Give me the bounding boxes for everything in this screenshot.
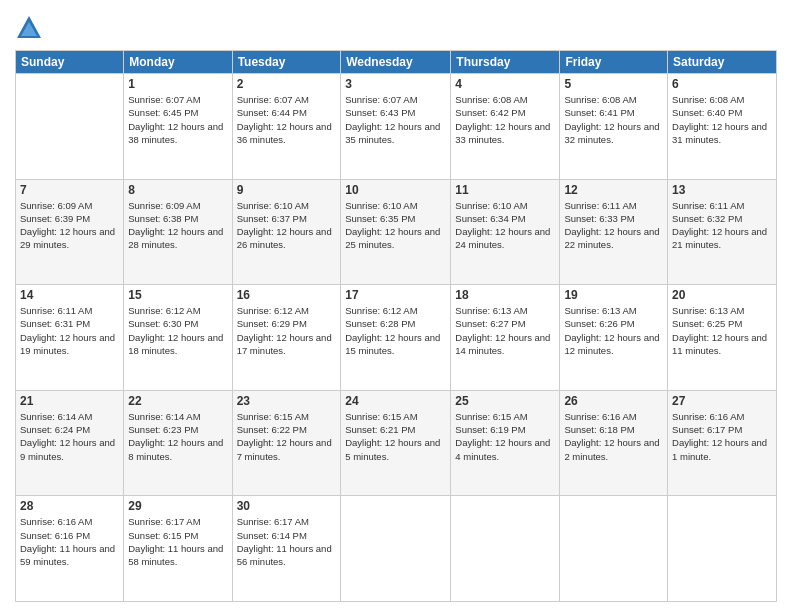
cell-day-number: 7 xyxy=(20,183,119,197)
cell-info: Sunrise: 6:10 AMSunset: 6:37 PMDaylight:… xyxy=(237,199,337,252)
calendar-cell: 17Sunrise: 6:12 AMSunset: 6:28 PMDayligh… xyxy=(341,285,451,391)
cell-day-number: 17 xyxy=(345,288,446,302)
cell-info: Sunrise: 6:12 AMSunset: 6:29 PMDaylight:… xyxy=(237,304,337,357)
cell-day-number: 29 xyxy=(128,499,227,513)
cell-day-number: 18 xyxy=(455,288,555,302)
calendar-cell: 18Sunrise: 6:13 AMSunset: 6:27 PMDayligh… xyxy=(451,285,560,391)
calendar-cell: 8Sunrise: 6:09 AMSunset: 6:38 PMDaylight… xyxy=(124,179,232,285)
calendar-cell: 23Sunrise: 6:15 AMSunset: 6:22 PMDayligh… xyxy=(232,390,341,496)
cell-day-number: 6 xyxy=(672,77,772,91)
calendar-cell: 26Sunrise: 6:16 AMSunset: 6:18 PMDayligh… xyxy=(560,390,668,496)
cell-day-number: 19 xyxy=(564,288,663,302)
cell-info: Sunrise: 6:08 AMSunset: 6:42 PMDaylight:… xyxy=(455,93,555,146)
cell-day-number: 10 xyxy=(345,183,446,197)
cell-day-number: 30 xyxy=(237,499,337,513)
cell-info: Sunrise: 6:17 AMSunset: 6:14 PMDaylight:… xyxy=(237,515,337,568)
cell-info: Sunrise: 6:13 AMSunset: 6:27 PMDaylight:… xyxy=(455,304,555,357)
calendar-week-row: 14Sunrise: 6:11 AMSunset: 6:31 PMDayligh… xyxy=(16,285,777,391)
cell-info: Sunrise: 6:10 AMSunset: 6:35 PMDaylight:… xyxy=(345,199,446,252)
calendar-cell xyxy=(341,496,451,602)
calendar-cell xyxy=(668,496,777,602)
weekday-header-wednesday: Wednesday xyxy=(341,51,451,74)
cell-info: Sunrise: 6:13 AMSunset: 6:26 PMDaylight:… xyxy=(564,304,663,357)
calendar-cell: 28Sunrise: 6:16 AMSunset: 6:16 PMDayligh… xyxy=(16,496,124,602)
cell-info: Sunrise: 6:12 AMSunset: 6:28 PMDaylight:… xyxy=(345,304,446,357)
cell-info: Sunrise: 6:14 AMSunset: 6:24 PMDaylight:… xyxy=(20,410,119,463)
cell-info: Sunrise: 6:12 AMSunset: 6:30 PMDaylight:… xyxy=(128,304,227,357)
cell-day-number: 11 xyxy=(455,183,555,197)
logo-icon xyxy=(15,14,43,42)
calendar-week-row: 7Sunrise: 6:09 AMSunset: 6:39 PMDaylight… xyxy=(16,179,777,285)
calendar-cell: 14Sunrise: 6:11 AMSunset: 6:31 PMDayligh… xyxy=(16,285,124,391)
calendar-week-row: 1Sunrise: 6:07 AMSunset: 6:45 PMDaylight… xyxy=(16,74,777,180)
cell-day-number: 3 xyxy=(345,77,446,91)
cell-info: Sunrise: 6:16 AMSunset: 6:18 PMDaylight:… xyxy=(564,410,663,463)
cell-day-number: 8 xyxy=(128,183,227,197)
cell-info: Sunrise: 6:07 AMSunset: 6:45 PMDaylight:… xyxy=(128,93,227,146)
weekday-header-sunday: Sunday xyxy=(16,51,124,74)
header xyxy=(15,10,777,42)
cell-info: Sunrise: 6:09 AMSunset: 6:39 PMDaylight:… xyxy=(20,199,119,252)
calendar-cell: 16Sunrise: 6:12 AMSunset: 6:29 PMDayligh… xyxy=(232,285,341,391)
calendar-cell xyxy=(451,496,560,602)
calendar-cell: 15Sunrise: 6:12 AMSunset: 6:30 PMDayligh… xyxy=(124,285,232,391)
calendar-cell: 6Sunrise: 6:08 AMSunset: 6:40 PMDaylight… xyxy=(668,74,777,180)
calendar-cell: 3Sunrise: 6:07 AMSunset: 6:43 PMDaylight… xyxy=(341,74,451,180)
calendar-cell: 13Sunrise: 6:11 AMSunset: 6:32 PMDayligh… xyxy=(668,179,777,285)
weekday-header-row: SundayMondayTuesdayWednesdayThursdayFrid… xyxy=(16,51,777,74)
cell-info: Sunrise: 6:16 AMSunset: 6:17 PMDaylight:… xyxy=(672,410,772,463)
weekday-header-thursday: Thursday xyxy=(451,51,560,74)
cell-day-number: 15 xyxy=(128,288,227,302)
logo xyxy=(15,14,47,42)
cell-day-number: 23 xyxy=(237,394,337,408)
cell-info: Sunrise: 6:10 AMSunset: 6:34 PMDaylight:… xyxy=(455,199,555,252)
calendar-cell: 30Sunrise: 6:17 AMSunset: 6:14 PMDayligh… xyxy=(232,496,341,602)
cell-day-number: 26 xyxy=(564,394,663,408)
cell-day-number: 25 xyxy=(455,394,555,408)
cell-day-number: 2 xyxy=(237,77,337,91)
calendar-cell: 22Sunrise: 6:14 AMSunset: 6:23 PMDayligh… xyxy=(124,390,232,496)
cell-info: Sunrise: 6:11 AMSunset: 6:31 PMDaylight:… xyxy=(20,304,119,357)
calendar-cell: 4Sunrise: 6:08 AMSunset: 6:42 PMDaylight… xyxy=(451,74,560,180)
cell-day-number: 20 xyxy=(672,288,772,302)
calendar-cell: 24Sunrise: 6:15 AMSunset: 6:21 PMDayligh… xyxy=(341,390,451,496)
calendar-cell: 9Sunrise: 6:10 AMSunset: 6:37 PMDaylight… xyxy=(232,179,341,285)
calendar-cell: 12Sunrise: 6:11 AMSunset: 6:33 PMDayligh… xyxy=(560,179,668,285)
weekday-header-tuesday: Tuesday xyxy=(232,51,341,74)
cell-info: Sunrise: 6:15 AMSunset: 6:22 PMDaylight:… xyxy=(237,410,337,463)
calendar-cell: 2Sunrise: 6:07 AMSunset: 6:44 PMDaylight… xyxy=(232,74,341,180)
calendar-cell: 10Sunrise: 6:10 AMSunset: 6:35 PMDayligh… xyxy=(341,179,451,285)
weekday-header-monday: Monday xyxy=(124,51,232,74)
calendar-table: SundayMondayTuesdayWednesdayThursdayFrid… xyxy=(15,50,777,602)
calendar-week-row: 28Sunrise: 6:16 AMSunset: 6:16 PMDayligh… xyxy=(16,496,777,602)
cell-info: Sunrise: 6:11 AMSunset: 6:32 PMDaylight:… xyxy=(672,199,772,252)
cell-day-number: 13 xyxy=(672,183,772,197)
cell-day-number: 27 xyxy=(672,394,772,408)
cell-day-number: 1 xyxy=(128,77,227,91)
cell-day-number: 21 xyxy=(20,394,119,408)
cell-day-number: 4 xyxy=(455,77,555,91)
weekday-header-friday: Friday xyxy=(560,51,668,74)
cell-day-number: 12 xyxy=(564,183,663,197)
calendar-cell: 20Sunrise: 6:13 AMSunset: 6:25 PMDayligh… xyxy=(668,285,777,391)
calendar-cell: 21Sunrise: 6:14 AMSunset: 6:24 PMDayligh… xyxy=(16,390,124,496)
calendar-cell xyxy=(16,74,124,180)
calendar-week-row: 21Sunrise: 6:14 AMSunset: 6:24 PMDayligh… xyxy=(16,390,777,496)
cell-info: Sunrise: 6:16 AMSunset: 6:16 PMDaylight:… xyxy=(20,515,119,568)
cell-info: Sunrise: 6:15 AMSunset: 6:21 PMDaylight:… xyxy=(345,410,446,463)
cell-day-number: 24 xyxy=(345,394,446,408)
cell-info: Sunrise: 6:07 AMSunset: 6:44 PMDaylight:… xyxy=(237,93,337,146)
cell-info: Sunrise: 6:14 AMSunset: 6:23 PMDaylight:… xyxy=(128,410,227,463)
cell-day-number: 28 xyxy=(20,499,119,513)
calendar-cell: 29Sunrise: 6:17 AMSunset: 6:15 PMDayligh… xyxy=(124,496,232,602)
weekday-header-saturday: Saturday xyxy=(668,51,777,74)
calendar-cell: 1Sunrise: 6:07 AMSunset: 6:45 PMDaylight… xyxy=(124,74,232,180)
cell-day-number: 16 xyxy=(237,288,337,302)
cell-day-number: 22 xyxy=(128,394,227,408)
cell-info: Sunrise: 6:15 AMSunset: 6:19 PMDaylight:… xyxy=(455,410,555,463)
calendar-cell xyxy=(560,496,668,602)
calendar-cell: 5Sunrise: 6:08 AMSunset: 6:41 PMDaylight… xyxy=(560,74,668,180)
calendar-cell: 11Sunrise: 6:10 AMSunset: 6:34 PMDayligh… xyxy=(451,179,560,285)
cell-day-number: 14 xyxy=(20,288,119,302)
calendar-cell: 19Sunrise: 6:13 AMSunset: 6:26 PMDayligh… xyxy=(560,285,668,391)
